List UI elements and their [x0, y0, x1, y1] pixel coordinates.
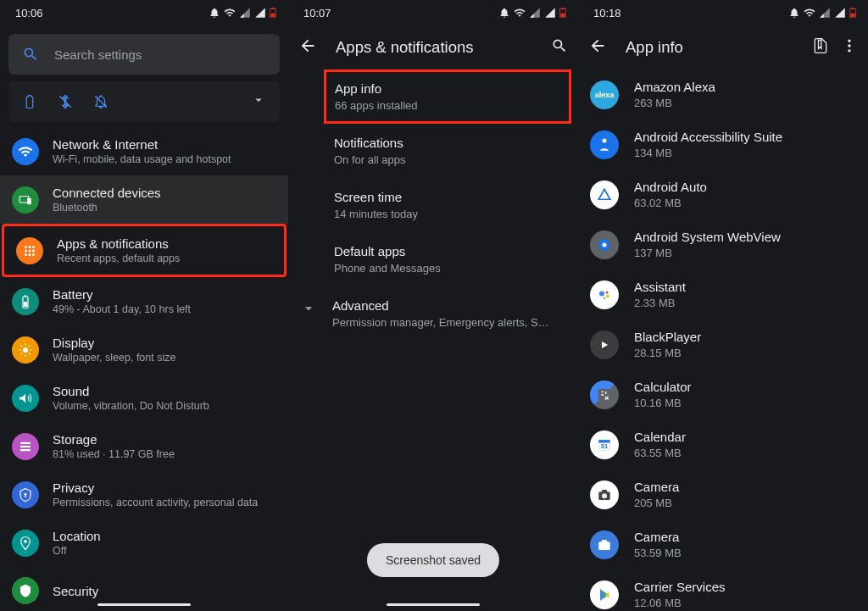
status-icons	[498, 7, 566, 19]
svg-rect-3	[19, 196, 29, 203]
app-icon	[590, 231, 619, 259]
svg-point-12	[29, 253, 31, 256]
app-name: Carrier Services	[634, 580, 726, 594]
app-icon	[590, 131, 619, 159]
status-icons	[788, 7, 856, 19]
svg-point-44	[602, 493, 607, 498]
svg-rect-48	[602, 540, 607, 542]
settings-item-display[interactable]: DisplayWallpaper, sleep, font size	[0, 325, 288, 374]
item-sub: 81% used · 11.97 GB free	[53, 448, 175, 460]
search-placeholder: Search settings	[54, 47, 142, 62]
app-row[interactable]: 31Calendar63.55 MB	[578, 419, 868, 469]
setting-row[interactable]: Default appsPhone and Messages	[288, 232, 578, 286]
battery-icon	[559, 8, 566, 18]
row-title: Screen time	[334, 190, 561, 204]
settings-item-sound[interactable]: SoundVolume, vibration, Do Not Disturb	[0, 374, 288, 422]
wifi-icon	[224, 7, 236, 19]
app-name: Camera	[634, 530, 682, 544]
svg-point-9	[29, 249, 31, 252]
svg-point-37	[606, 294, 609, 297]
devices-icon	[12, 186, 39, 214]
svg-rect-16	[24, 302, 27, 307]
search-button[interactable]	[551, 37, 568, 58]
app-icon	[590, 181, 619, 209]
search-settings[interactable]: Search settings	[8, 34, 280, 75]
svg-rect-45	[602, 490, 607, 492]
item-title: Connected devices	[53, 186, 161, 200]
app-row[interactable]: Calculator10.16 MB	[578, 369, 868, 419]
app-row[interactable]: Carrier Services12.06 MB	[578, 569, 868, 611]
setting-row[interactable]: Screen time14 minutes today	[288, 178, 578, 232]
svg-point-32	[603, 138, 607, 142]
back-button[interactable]	[298, 36, 317, 58]
signal-icon	[254, 7, 266, 19]
app-info-row[interactable]: App info 66 apps installed	[324, 69, 571, 124]
svg-point-17	[23, 347, 28, 353]
signal-icon	[834, 7, 846, 19]
item-sub: Wallpaper, sleep, font size	[53, 352, 175, 364]
app-row[interactable]: alexaAmazon Alexa263 MB	[578, 69, 868, 119]
app-name: Android Auto	[634, 180, 707, 194]
item-title: Sound	[53, 384, 209, 398]
app-size: 205 MB	[634, 497, 679, 509]
no-signal-icon	[819, 7, 831, 19]
settings-item-privacy[interactable]: PrivacyPermissions, account activity, pe…	[0, 470, 288, 519]
chevron-down-icon	[251, 92, 266, 111]
app-size: 10.16 MB	[634, 397, 692, 409]
app-row[interactable]: Android System WebView137 MB	[578, 219, 868, 269]
app-row[interactable]: Camera53.59 MB	[578, 519, 868, 569]
status-bar: 10:06	[0, 0, 288, 25]
item-title: Privacy	[53, 480, 258, 495]
app-icon	[590, 281, 619, 309]
sound-icon	[12, 385, 39, 412]
item-sub: 49% - About 1 day, 10 hrs left	[53, 303, 191, 315]
back-button[interactable]	[588, 36, 607, 58]
svg-point-29	[848, 40, 850, 42]
filter-button[interactable]	[812, 37, 829, 58]
settings-item-battery[interactable]: Battery49% - About 1 day, 10 hrs left	[0, 277, 288, 325]
svg-point-34	[603, 242, 607, 247]
app-row[interactable]: Assistant2.33 MB	[578, 269, 868, 319]
app-row[interactable]: Android Accessibility Suite134 MB	[578, 119, 868, 169]
apps-notifications-panel: 10:07 Apps & notifications App info 66 a…	[288, 0, 578, 611]
item-title: Security	[53, 584, 98, 598]
panel-header: App info	[578, 25, 868, 69]
svg-point-8	[25, 249, 27, 252]
app-icon	[590, 330, 619, 359]
app-row[interactable]: BlackPlayer28.15 MB	[578, 319, 868, 369]
svg-rect-25	[560, 14, 565, 17]
advanced-row[interactable]: Advanced Permission manager, Emergency a…	[288, 286, 578, 341]
row-title: Notifications	[334, 136, 561, 150]
app-row[interactable]: Android Auto63.02 MB	[578, 169, 868, 219]
nav-bar[interactable]	[97, 603, 191, 606]
app-name: Calculator	[634, 380, 692, 394]
battery-icon	[12, 288, 39, 315]
item-sub: Permissions, account activity, personal …	[53, 497, 258, 508]
status-bar: 10:18	[578, 0, 868, 25]
setting-row[interactable]: NotificationsOn for all apps	[288, 124, 578, 178]
settings-item-storage[interactable]: Storage81% used · 11.97 GB free	[0, 422, 288, 470]
settings-item-devices[interactable]: Connected devicesBluetooth	[0, 175, 288, 224]
toast-screenshot-saved[interactable]: Screenshot saved	[367, 543, 499, 577]
settings-item-apps[interactable]: Apps & notificationsRecent apps, default…	[2, 224, 287, 277]
chevron-down-icon	[300, 300, 317, 320]
row-title: Default apps	[334, 244, 561, 258]
storage-icon	[12, 433, 39, 460]
item-sub: Wi-Fi, mobile, data usage and hotspot	[53, 153, 231, 165]
quick-settings-strip[interactable]	[8, 81, 280, 122]
app-row[interactable]: Camera205 MB	[578, 469, 868, 519]
app-icon	[590, 380, 619, 409]
panel-header: Apps & notifications	[288, 25, 578, 69]
settings-item-location[interactable]: LocationOff	[0, 519, 288, 567]
search-icon	[22, 46, 39, 63]
nav-bar[interactable]	[387, 603, 480, 606]
battery-icon	[270, 8, 276, 18]
no-signal-icon	[529, 7, 541, 19]
more-button[interactable]	[841, 37, 858, 58]
settings-item-wifi[interactable]: Network & InternetWi-Fi, mobile, data us…	[0, 127, 288, 175]
app-size: 63.55 MB	[634, 447, 686, 459]
app-size: 28.15 MB	[634, 347, 701, 359]
svg-rect-20	[20, 449, 31, 451]
svg-rect-15	[25, 295, 27, 297]
row-sub: 14 minutes today	[334, 208, 561, 220]
